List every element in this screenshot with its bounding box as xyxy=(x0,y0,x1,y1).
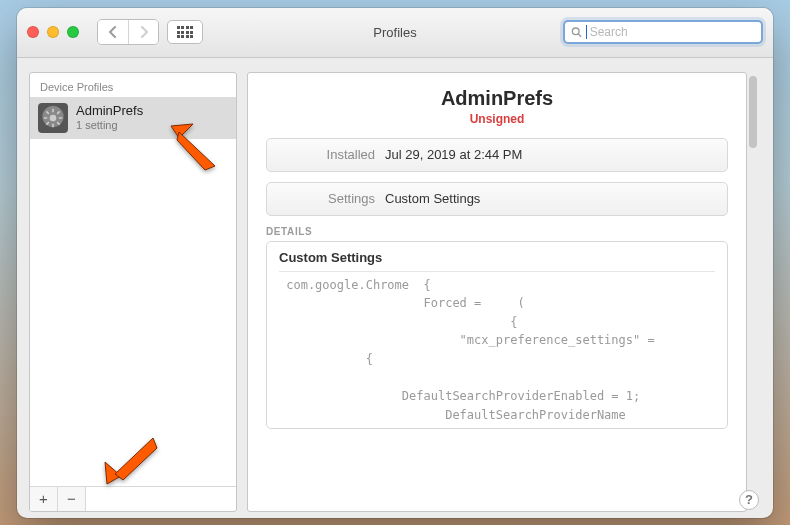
profile-title: AdminPrefs xyxy=(266,87,728,110)
installed-value: Jul 29, 2019 at 2:44 PM xyxy=(385,147,522,162)
forward-button[interactable] xyxy=(128,20,158,44)
text-caret xyxy=(586,25,587,39)
settings-value: Custom Settings xyxy=(385,191,480,206)
scrollbar-thumb[interactable] xyxy=(749,76,757,148)
chevron-left-icon xyxy=(108,26,118,38)
profiles-list: Device Profiles AdminPrefs 1 setting + − xyxy=(29,72,237,512)
svg-line-1 xyxy=(578,34,581,37)
main-scrollbar[interactable] xyxy=(747,74,759,510)
window-controls xyxy=(27,26,79,38)
svg-line-10 xyxy=(57,111,59,114)
search-icon xyxy=(571,26,582,38)
sidebar-footer: + − xyxy=(30,486,236,511)
profile-item-subtitle: 1 setting xyxy=(76,119,143,131)
sidebar-spacer xyxy=(30,139,236,486)
sidebar: Device Profiles AdminPrefs 1 setting + − xyxy=(29,72,237,512)
details-title: Custom Settings xyxy=(279,250,715,272)
profile-detail: AdminPrefs Unsigned Installed Jul 29, 20… xyxy=(247,72,747,512)
help-button[interactable]: ? xyxy=(739,490,759,510)
show-all-button[interactable] xyxy=(167,20,203,44)
details-section-label: DETAILS xyxy=(266,226,728,237)
close-window-button[interactable] xyxy=(27,26,39,38)
main-panel: AdminPrefs Unsigned Installed Jul 29, 20… xyxy=(247,72,761,512)
profile-item-name: AdminPrefs xyxy=(76,104,143,118)
settings-label: Settings xyxy=(267,191,385,206)
search-field[interactable] xyxy=(563,20,763,44)
search-input[interactable] xyxy=(590,25,755,39)
installed-label: Installed xyxy=(267,147,385,162)
profiles-window: Profiles Device Profiles AdminPrefs 1 se… xyxy=(17,8,773,518)
add-profile-button[interactable]: + xyxy=(30,487,58,511)
settings-row: Settings Custom Settings xyxy=(266,182,728,216)
nav-back-forward xyxy=(97,19,159,45)
grid-icon xyxy=(177,26,194,38)
titlebar: Profiles xyxy=(17,8,773,58)
svg-point-2 xyxy=(50,114,57,121)
minimize-window-button[interactable] xyxy=(47,26,59,38)
back-button[interactable] xyxy=(98,20,128,44)
details-code: com.google.Chrome { Forced = ( { "mcx_pr… xyxy=(279,276,715,425)
svg-line-9 xyxy=(46,122,49,125)
profile-item-texts: AdminPrefs 1 setting xyxy=(76,104,143,130)
installed-row: Installed Jul 29, 2019 at 2:44 PM xyxy=(266,138,728,172)
profile-status: Unsigned xyxy=(266,112,728,126)
svg-line-8 xyxy=(57,122,59,125)
details-box: Custom Settings com.google.Chrome { Forc… xyxy=(266,241,728,430)
window-body: Device Profiles AdminPrefs 1 setting + − xyxy=(17,58,773,518)
sidebar-section-header: Device Profiles xyxy=(30,73,236,97)
zoom-window-button[interactable] xyxy=(67,26,79,38)
gear-icon xyxy=(38,103,68,133)
remove-profile-button[interactable]: − xyxy=(58,487,86,511)
chevron-right-icon xyxy=(139,26,149,38)
svg-line-7 xyxy=(46,111,49,114)
svg-point-0 xyxy=(572,28,579,35)
profile-item-adminprefs[interactable]: AdminPrefs 1 setting xyxy=(30,97,236,139)
